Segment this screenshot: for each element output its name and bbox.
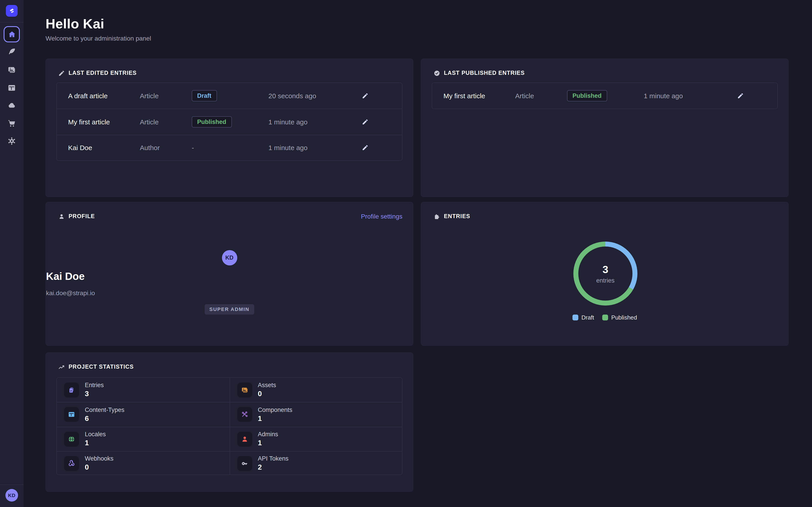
stat-label: Components bbox=[258, 406, 292, 413]
dashboard-page: KD Hello Kai Welcome to your administrat… bbox=[0, 0, 812, 507]
entry-time: 1 minute ago bbox=[268, 144, 359, 152]
edit-entry-button[interactable] bbox=[359, 90, 371, 102]
entry-time: 20 seconds ago bbox=[268, 92, 359, 100]
entry-name: Kai Doe bbox=[57, 144, 140, 152]
page-title: Hello Kai bbox=[46, 16, 151, 32]
stat-assets: Assets0 bbox=[230, 378, 402, 402]
sidebar-item-content-manager[interactable] bbox=[7, 47, 16, 56]
sidebar-divider bbox=[0, 22, 23, 22]
card-title: PROFILE bbox=[68, 213, 95, 220]
entry-name: My first article bbox=[432, 92, 515, 100]
stat-value: 0 bbox=[258, 390, 276, 398]
stat-value: 1 bbox=[85, 439, 106, 447]
donut-total: 3 bbox=[603, 264, 608, 276]
entries-chart-card: ENTRIES 3 entries Draft Published bbox=[421, 202, 789, 346]
legend-draft-swatch bbox=[572, 315, 578, 321]
edit-pencil-icon bbox=[362, 144, 368, 151]
entry-type: Article bbox=[515, 92, 567, 100]
sidebar-item-marketplace[interactable] bbox=[7, 119, 16, 128]
person-icon bbox=[237, 432, 252, 446]
trending-up-icon bbox=[58, 363, 65, 370]
stat-label: Entries bbox=[85, 382, 104, 389]
last-edited-entries-card: LAST EDITED ENTRIES A draft article Arti… bbox=[46, 59, 413, 197]
page-header: Hello Kai Welcome to your administration… bbox=[46, 16, 151, 42]
legend-item-draft: Draft bbox=[572, 314, 594, 321]
legend-item-published: Published bbox=[602, 314, 637, 321]
stat-value: 3 bbox=[85, 390, 104, 398]
donut-center: 3 entries bbox=[573, 241, 638, 305]
status-badge: Published bbox=[192, 116, 232, 127]
page-subtitle: Welcome to your administration panel bbox=[46, 35, 151, 42]
layout-icon bbox=[64, 407, 79, 422]
stat-value: 6 bbox=[85, 414, 124, 423]
edit-entry-button[interactable] bbox=[734, 90, 747, 102]
stat-label: API Tokens bbox=[258, 455, 289, 462]
card-header: LAST PUBLISHED ENTRIES bbox=[421, 59, 788, 77]
molecule-icon bbox=[237, 407, 252, 422]
stat-label: Locales bbox=[85, 431, 106, 438]
profile-card: PROFILE Profile settings KD Kai Doe kai.… bbox=[46, 202, 413, 346]
table-row[interactable]: My first article Article Published 1 min… bbox=[432, 83, 777, 109]
cart-icon bbox=[7, 119, 16, 128]
status-empty: - bbox=[192, 144, 268, 152]
stat-webhooks: Webhooks0 bbox=[57, 451, 230, 475]
project-statistics-card: PROJECT STATISTICS Entries3 Assets0 Cont… bbox=[46, 352, 413, 492]
edit-entry-button[interactable] bbox=[359, 141, 371, 154]
legend-published-label: Published bbox=[611, 314, 637, 321]
card-title: PROJECT STATISTICS bbox=[68, 364, 134, 370]
sidebar-item-content-type-builder[interactable] bbox=[7, 83, 16, 93]
home-icon bbox=[7, 30, 16, 39]
images-icon bbox=[7, 65, 16, 74]
entry-time: 1 minute ago bbox=[644, 92, 734, 100]
edit-pencil-icon bbox=[362, 93, 368, 99]
table-row[interactable]: My first article Article Published 1 min… bbox=[57, 109, 402, 135]
card-header: ENTRIES bbox=[421, 202, 788, 220]
sidebar-item-settings[interactable] bbox=[7, 136, 16, 146]
sidebar-item-deploy[interactable] bbox=[7, 101, 16, 110]
images-icon bbox=[237, 382, 252, 397]
pencil-icon bbox=[58, 70, 65, 76]
strapi-logo[interactable] bbox=[6, 5, 17, 17]
card-header: PROJECT STATISTICS bbox=[46, 353, 413, 371]
table-row[interactable]: A draft article Article Draft 20 seconds… bbox=[57, 83, 402, 109]
entries-donut: 3 entries bbox=[573, 241, 638, 305]
role-badge: SUPER ADMIN bbox=[204, 304, 254, 315]
stat-admins: Admins1 bbox=[230, 427, 402, 451]
feather-icon bbox=[7, 47, 16, 56]
stat-locales: Locales1 bbox=[57, 427, 230, 451]
cloud-icon bbox=[7, 101, 16, 110]
legend-published-swatch bbox=[602, 315, 608, 321]
key-icon bbox=[237, 456, 252, 471]
sidebar-item-home[interactable] bbox=[4, 26, 20, 42]
stat-value: 1 bbox=[258, 439, 278, 447]
profile-settings-link[interactable]: Profile settings bbox=[361, 213, 402, 220]
profile-avatar: KD bbox=[222, 250, 237, 266]
status-badge: Published bbox=[567, 90, 607, 102]
profile-email: kai.doe@strapi.io bbox=[46, 289, 413, 296]
sidebar: KD bbox=[0, 0, 23, 507]
entry-type: Article bbox=[140, 118, 192, 126]
gear-icon bbox=[7, 136, 16, 146]
user-avatar[interactable]: KD bbox=[5, 489, 18, 502]
last-edited-table: A draft article Article Draft 20 seconds… bbox=[56, 82, 402, 161]
donut-total-label: entries bbox=[596, 277, 614, 284]
stat-entries: Entries3 bbox=[57, 378, 230, 402]
puzzle-icon bbox=[434, 213, 440, 220]
entry-type: Author bbox=[140, 144, 192, 152]
entry-name: My first article bbox=[57, 118, 140, 126]
card-header: LAST EDITED ENTRIES bbox=[46, 59, 413, 77]
chart-legend: Draft Published bbox=[421, 314, 788, 321]
strapi-logo-icon bbox=[8, 7, 16, 15]
documents-icon bbox=[64, 382, 79, 397]
sidebar-item-media-library[interactable] bbox=[7, 65, 16, 74]
edit-pencil-icon bbox=[362, 118, 368, 125]
stat-content-types: Content-Types6 bbox=[57, 402, 230, 427]
edit-entry-button[interactable] bbox=[359, 116, 371, 128]
table-row[interactable]: Kai Doe Author - 1 minute ago bbox=[57, 134, 402, 160]
globe-icon bbox=[64, 432, 79, 446]
stat-value: 1 bbox=[258, 414, 292, 423]
person-icon bbox=[58, 213, 65, 220]
legend-draft-label: Draft bbox=[581, 314, 594, 321]
edit-pencil-icon bbox=[737, 93, 744, 99]
profile-name: Kai Doe bbox=[46, 270, 413, 283]
